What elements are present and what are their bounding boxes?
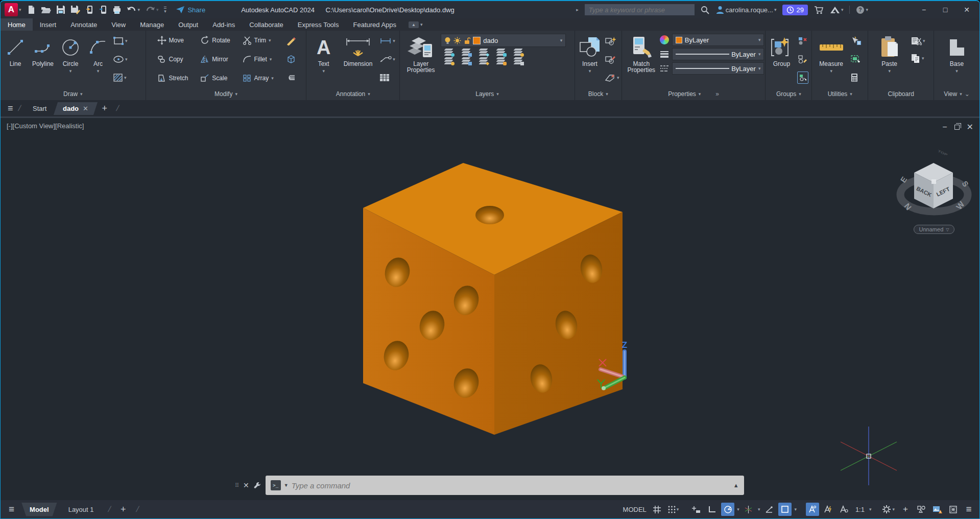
signin-user-button[interactable]: carolina.roque...▾ xyxy=(715,5,777,14)
line-button[interactable]: Line xyxy=(2,33,29,88)
maximize-button[interactable]: □ xyxy=(938,6,953,14)
panel-label-properties[interactable]: Properties▾» xyxy=(622,88,766,100)
polar-tracking-button[interactable] xyxy=(721,503,734,516)
file-tab-menu-icon[interactable]: ≡ xyxy=(8,103,13,114)
layer-match-button[interactable] xyxy=(513,57,523,64)
chevron-down-icon[interactable]: ▾ xyxy=(922,56,924,61)
rectangle-button[interactable] xyxy=(113,36,124,45)
command-customize-wrench-icon[interactable] xyxy=(253,481,261,489)
chevron-down-icon[interactable]: ▾ xyxy=(830,68,832,74)
command-prompt-icon[interactable]: >_ xyxy=(271,480,281,490)
chevron-down-icon[interactable]: ▾ xyxy=(125,38,128,43)
share-button[interactable]: Share xyxy=(176,6,205,14)
panel-label-layers[interactable]: Layers▾ xyxy=(400,88,575,100)
undo-button[interactable]: ▾ xyxy=(127,6,140,14)
create-block-button[interactable] xyxy=(605,36,616,46)
lineweight-icon[interactable] xyxy=(660,51,669,58)
clean-screen-button[interactable] xyxy=(946,503,960,516)
chevron-down-icon[interactable]: ▾ xyxy=(923,38,925,43)
stretch-button[interactable]: Stretch xyxy=(157,72,188,85)
layer-unisolate-button[interactable] xyxy=(461,57,471,64)
array-button[interactable]: Array▾ xyxy=(243,72,274,85)
customization-menu-icon[interactable]: ≡ xyxy=(962,503,975,516)
ribbon-tab-addins[interactable]: Add-ins xyxy=(205,18,242,31)
chevron-down-icon[interactable]: ▾ xyxy=(955,68,958,74)
search-icon[interactable] xyxy=(701,6,709,14)
linetype-icon[interactable] xyxy=(660,65,669,72)
panel-label-utilities[interactable]: Utilities▾ xyxy=(812,88,868,100)
panel-label-clipboard[interactable]: Clipboard xyxy=(868,88,934,100)
close-button[interactable]: ✕ xyxy=(959,6,974,14)
ungroup-button[interactable] xyxy=(797,36,807,45)
new-file-button[interactable] xyxy=(27,5,36,14)
layer-properties-button[interactable]: LayerProperties xyxy=(401,33,441,88)
group-edit-button[interactable] xyxy=(797,55,807,64)
object-snap-button[interactable] xyxy=(778,503,792,516)
layer-make-current-button[interactable] xyxy=(513,49,523,56)
mirror-button[interactable]: Mirror xyxy=(200,53,230,66)
ribbon-tab-annotate[interactable]: Annotate xyxy=(63,18,104,31)
file-tab-start[interactable]: Start xyxy=(26,102,54,115)
dimension-button[interactable]: Dimension xyxy=(340,33,376,88)
copy-clip-button[interactable] xyxy=(911,53,921,63)
define-attributes-button[interactable] xyxy=(605,73,616,82)
open-file-button[interactable] xyxy=(41,5,51,14)
command-input[interactable] xyxy=(292,481,730,490)
quick-select-button[interactable] xyxy=(850,36,862,45)
command-history-icon[interactable]: ▲ xyxy=(733,482,739,488)
layer-unlock-button[interactable] xyxy=(496,57,506,64)
hatch-button[interactable] xyxy=(113,73,123,82)
panel-label-groups[interactable]: Groups▾ xyxy=(766,88,811,100)
isolate-objects-button[interactable] xyxy=(915,503,928,516)
panel-expand-icon[interactable]: ⌄ xyxy=(965,90,970,98)
annotation-visibility-button[interactable] xyxy=(806,503,819,516)
command-dock-grip[interactable]: ⠿ xyxy=(235,484,239,486)
layer-thaw-button[interactable] xyxy=(479,57,489,64)
search-input[interactable] xyxy=(585,4,695,15)
panel-label-block[interactable]: Block▾ xyxy=(575,88,622,100)
command-line-bar[interactable]: >_ ▼ ▲ xyxy=(266,476,744,495)
ribbon-tab-express-tools[interactable]: Express Tools xyxy=(291,18,346,31)
model-tab[interactable]: Model xyxy=(21,503,57,516)
copy-button[interactable]: Copy xyxy=(157,53,188,66)
save-as-button[interactable] xyxy=(70,5,81,14)
chevron-down-icon[interactable]: ▾ xyxy=(97,68,100,74)
drawing-viewport[interactable]: [-][Custom View][Realistic] − ✕ xyxy=(1,116,979,500)
ribbon-tab-collaborate[interactable]: Collaborate xyxy=(242,18,291,31)
explode-button[interactable] xyxy=(285,54,296,64)
chevron-down-icon[interactable]: ▾ xyxy=(124,75,127,80)
chevron-down-icon[interactable]: ▼ xyxy=(284,483,289,488)
trim-button[interactable]: Trim▾ xyxy=(243,34,274,47)
ellipse-button[interactable] xyxy=(113,55,124,63)
layout-menu-icon[interactable]: ≡ xyxy=(5,504,18,515)
measure-button[interactable]: Measure▾ xyxy=(818,33,845,88)
ribbon-tab-home[interactable]: Home xyxy=(1,18,33,31)
polyline-button[interactable]: Polyline xyxy=(29,33,57,88)
arc-button[interactable]: Arc▾ xyxy=(84,33,112,88)
paste-button[interactable]: Paste▾ xyxy=(876,33,903,88)
chevron-down-icon[interactable]: ▾ xyxy=(393,57,395,62)
circle-button[interactable]: Circle▾ xyxy=(57,33,84,88)
chevron-down-icon[interactable]: ▾ xyxy=(794,507,797,512)
chevron-down-icon[interactable]: ▾ xyxy=(589,68,591,74)
snap-mode-button[interactable]: ▾ xyxy=(666,503,681,516)
ribbon-tab-output[interactable]: Output xyxy=(171,18,205,31)
match-properties-button[interactable]: MatchProperties xyxy=(623,33,660,88)
erase-button[interactable] xyxy=(285,36,296,45)
chevron-down-icon[interactable]: ▾ xyxy=(617,75,619,80)
model-paper-space-button[interactable]: MODEL xyxy=(622,503,648,516)
dice-3d-solid[interactable] xyxy=(363,163,623,435)
chevron-down-icon[interactable]: ▾ xyxy=(737,507,739,512)
panel-label-draw[interactable]: Draw▾ xyxy=(1,88,146,100)
layer-off-button[interactable] xyxy=(444,49,454,56)
group-button[interactable]: Group xyxy=(768,33,795,88)
layer-isolate-button[interactable] xyxy=(461,49,471,56)
autodesk-account-button[interactable]: ▾ xyxy=(830,6,844,14)
ribbon-tab-insert[interactable]: Insert xyxy=(33,18,64,31)
chevron-down-icon[interactable]: ▾ xyxy=(270,57,272,62)
dynamic-input-button[interactable] xyxy=(689,503,703,516)
offset-button[interactable] xyxy=(285,74,296,81)
layer-lock-button[interactable] xyxy=(496,49,506,56)
lineweight-dropdown[interactable]: ByLayer▾ xyxy=(672,48,764,60)
cut-button[interactable] xyxy=(911,36,922,45)
